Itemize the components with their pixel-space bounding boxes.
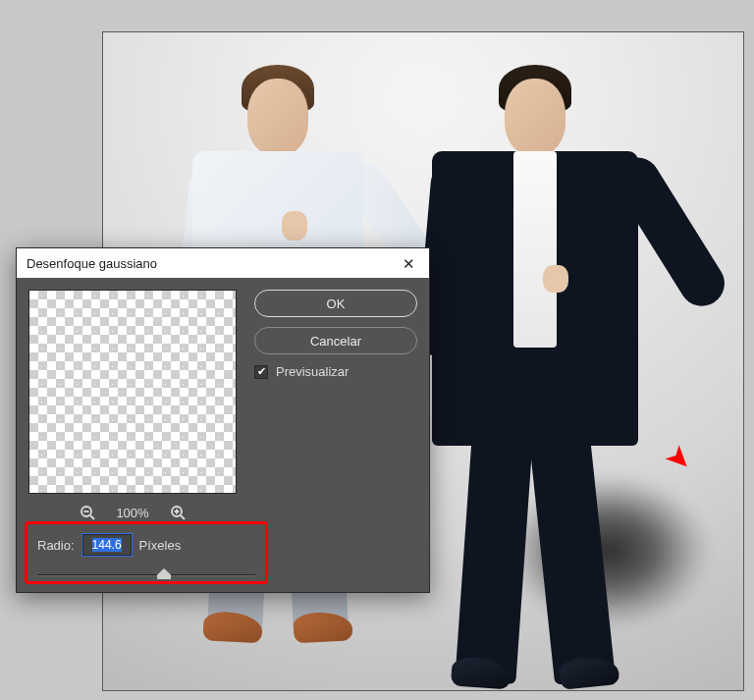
radius-slider[interactable]: [37, 569, 255, 581]
checkbox-icon: ✔: [254, 365, 268, 379]
slider-track: [37, 574, 255, 576]
svg-line-4: [181, 515, 185, 519]
subject-right: [422, 49, 648, 638]
zoom-out-icon: [80, 505, 95, 520]
preview-label: Previsualizar: [276, 364, 349, 379]
zoom-in-button[interactable]: [167, 502, 188, 523]
zoom-level: 100%: [116, 506, 148, 520]
dialog-title: Desenfoque gaussiano: [27, 256, 157, 271]
zoom-in-icon: [170, 505, 186, 520]
ok-button[interactable]: OK: [254, 290, 417, 317]
radius-label: Radio:: [37, 538, 75, 553]
radius-controls-highlight: Radio: Píxeles: [25, 521, 268, 584]
zoom-out-button[interactable]: [77, 502, 98, 523]
slider-thumb[interactable]: [157, 568, 171, 579]
svg-line-1: [90, 515, 94, 519]
radius-units: Píxeles: [139, 538, 182, 553]
close-button[interactable]: ✕: [397, 252, 421, 275]
preview-checkbox[interactable]: ✔ Previsualizar: [254, 364, 417, 379]
filter-preview[interactable]: [28, 290, 237, 494]
dialog-titlebar[interactable]: Desenfoque gaussiano ✕: [17, 248, 429, 278]
cancel-button[interactable]: Cancelar: [254, 327, 417, 354]
gaussian-blur-dialog: Desenfoque gaussiano ✕ 100% OK Cancelar …: [16, 247, 430, 593]
radius-input[interactable]: [82, 534, 132, 556]
